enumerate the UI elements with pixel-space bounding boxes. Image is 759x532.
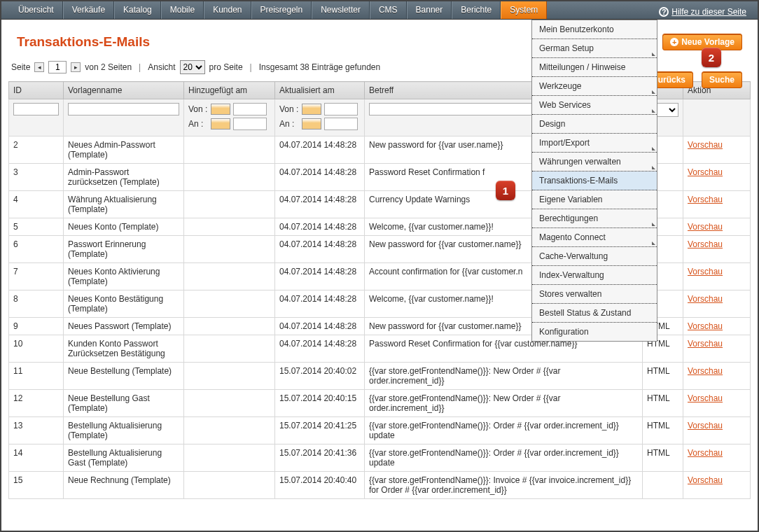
menu-item[interactable]: Bestell Status & Zustand (532, 304, 657, 323)
col-added[interactable]: Hinzugefügt am (184, 82, 275, 99)
cell-updated: 04.07.2014 14:48:28 (275, 318, 365, 335)
cell-type: HTML (643, 444, 683, 472)
cell-added (184, 164, 275, 191)
nav-tab-verkäufe[interactable]: Verkäufe (63, 1, 114, 19)
per-page-suffix: pro Seite (209, 62, 243, 72)
preview-link[interactable]: Vorschau (688, 448, 723, 458)
cell-name: Neue Bestellung Gast (Template) (64, 390, 184, 417)
page-input[interactable] (48, 61, 67, 74)
menu-item[interactable]: Währungen verwalten (532, 153, 657, 172)
calendar-icon[interactable] (302, 118, 321, 130)
menu-item[interactable]: Cache-Verwaltung (532, 247, 657, 266)
preview-link[interactable]: Vorschau (688, 140, 723, 150)
menu-item[interactable]: Berechtigungen (532, 209, 657, 228)
cell-updated: 15.07.2014 20:41:36 (275, 444, 365, 472)
nav-tab-berichte[interactable]: Berichte (452, 1, 501, 19)
cell-id: 11 (9, 363, 64, 390)
nav-tab-cms[interactable]: CMS (370, 1, 407, 19)
cell-type: HTML (643, 363, 683, 390)
from-label: Von : (188, 104, 208, 114)
preview-link[interactable]: Vorschau (688, 267, 723, 276)
nav-tab-katalog[interactable]: Katalog (114, 1, 161, 19)
cell-name: Kunden Konto Passwort Zurücksetzen Bestä… (64, 335, 184, 363)
menu-item[interactable]: Mein Benutzerkonto (532, 20, 657, 39)
menu-item[interactable]: German Setup (532, 39, 657, 58)
cell-added (184, 136, 275, 164)
cell-added (184, 363, 275, 390)
cell-added (184, 290, 275, 318)
calendar-icon[interactable] (211, 118, 230, 130)
preview-link[interactable]: Vorschau (688, 294, 723, 304)
cell-type: HTML (643, 417, 683, 444)
filter-updated-from[interactable] (324, 103, 358, 115)
table-row[interactable]: 12Neue Bestellung Gast (Template)15.07.2… (9, 390, 751, 417)
preview-link[interactable]: Vorschau (688, 393, 723, 403)
prev-page-button[interactable]: ◂ (34, 62, 44, 72)
cell-type: HTML (643, 390, 683, 417)
reset-label: urücks (658, 75, 685, 85)
table-row[interactable]: 15Neue Rechnung (Template)15.07.2014 20:… (9, 472, 751, 499)
cell-added (184, 218, 275, 236)
nav-tab-mobile[interactable]: Mobile (161, 1, 204, 19)
menu-item[interactable]: Mitteilungen / Hinweise (532, 58, 657, 77)
cell-id: 5 (9, 218, 64, 236)
table-row[interactable]: 13Bestellung Aktualisierung (Template)15… (9, 417, 751, 444)
menu-item[interactable]: Index-Verwaltung (532, 266, 657, 285)
preview-link[interactable]: Vorschau (688, 195, 723, 204)
nav-tab-system[interactable]: System (501, 1, 547, 19)
system-dropdown: Mein BenutzerkontoGerman SetupMitteilung… (531, 20, 657, 342)
menu-item[interactable]: Import/Export (532, 134, 657, 153)
view-label: Ansicht (148, 62, 175, 72)
col-id[interactable]: ID (9, 82, 64, 99)
top-nav: ÜbersichtVerkäufeKatalogMobileKundenPrei… (1, 1, 758, 20)
cell-updated: 04.07.2014 14:48:28 (275, 164, 365, 191)
preview-link[interactable]: Vorschau (688, 475, 723, 485)
menu-item[interactable]: Design (532, 115, 657, 134)
preview-link[interactable]: Vorschau (688, 339, 723, 349)
calendar-icon[interactable] (302, 104, 321, 115)
cell-added (184, 191, 275, 218)
cell-updated: 04.07.2014 14:48:28 (275, 290, 365, 318)
menu-item[interactable]: Web Services (532, 96, 657, 115)
filter-added-to[interactable] (233, 118, 267, 130)
preview-link[interactable]: Vorschau (688, 321, 723, 331)
nav-tab-preisregeln[interactable]: Preisregeln (251, 1, 312, 19)
nav-tab-newsletter[interactable]: Newsletter (312, 1, 370, 19)
per-page-select[interactable]: 20 (180, 60, 205, 74)
menu-item[interactable]: Stores verwalten (532, 285, 657, 304)
table-row[interactable]: 14Bestellung Aktualisierung Gast (Templa… (9, 444, 751, 472)
menu-item[interactable]: Magento Connect (532, 228, 657, 247)
menu-item[interactable]: Eigene Variablen (532, 190, 657, 209)
calendar-icon[interactable] (211, 104, 230, 115)
search-button[interactable]: Suche (702, 71, 742, 88)
preview-link[interactable]: Vorschau (688, 167, 723, 177)
of-pages: von 2 Seiten (85, 62, 132, 72)
filter-added-from[interactable] (233, 103, 267, 115)
plus-icon: + (670, 38, 678, 46)
cell-name: Währung Aktualisierung (Template) (64, 191, 184, 218)
menu-item[interactable]: Konfiguration (532, 323, 657, 341)
nav-tab-banner[interactable]: Banner (407, 1, 452, 19)
help-link[interactable]: ?Hilfe zu dieser Seite (655, 1, 758, 19)
nav-tab-kunden[interactable]: Kunden (204, 1, 251, 19)
preview-link[interactable]: Vorschau (688, 421, 723, 430)
cell-updated: 04.07.2014 14:48:28 (275, 236, 365, 263)
next-page-button[interactable]: ▸ (71, 62, 81, 72)
filter-id[interactable] (13, 103, 59, 115)
cell-updated: 15.07.2014 20:41:25 (275, 417, 365, 444)
callout-2: 2 (702, 48, 721, 67)
menu-item[interactable]: Werkzeuge (532, 77, 657, 96)
preview-link[interactable]: Vorschau (688, 222, 723, 232)
table-row[interactable]: 11Neue Bestellung (Template)15.07.2014 2… (9, 363, 751, 390)
filter-name[interactable] (68, 103, 179, 115)
nav-tab-übersicht[interactable]: Übersicht (10, 1, 63, 19)
preview-link[interactable]: Vorschau (688, 239, 723, 249)
col-updated[interactable]: Aktualisiert am (275, 82, 365, 99)
cell-id: 12 (9, 390, 64, 417)
menu-item[interactable]: Transaktions-E-Mails (532, 172, 657, 190)
filter-updated-to[interactable] (324, 118, 358, 130)
cell-name: Neues Konto Aktivierung (Template) (64, 263, 184, 290)
col-name[interactable]: Vorlagenname (64, 82, 184, 99)
new-template-button[interactable]: + Neue Vorlage (662, 34, 742, 50)
preview-link[interactable]: Vorschau (688, 366, 723, 376)
